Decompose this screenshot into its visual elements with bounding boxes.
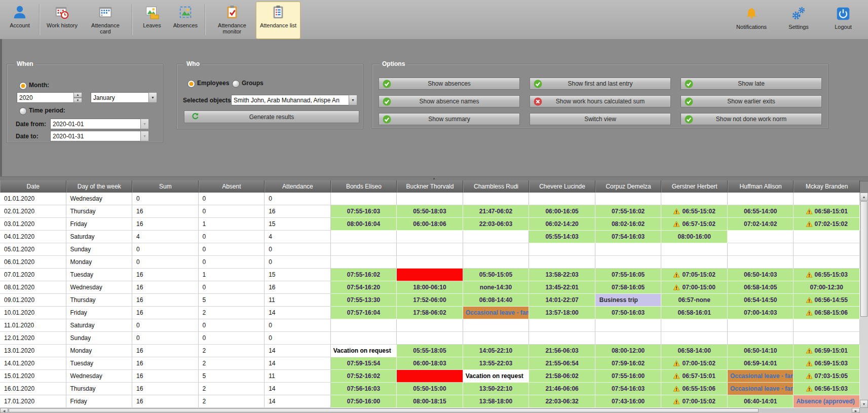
- date-cell[interactable]: 10.01.2020: [0, 307, 66, 319]
- column-header-chevere-lucinde[interactable]: Chevere Lucinde: [529, 180, 595, 193]
- attendance-cell[interactable]: 06:55-15:03: [794, 269, 860, 281]
- date-cell[interactable]: Saturday: [66, 319, 133, 332]
- attendance-cell[interactable]: 07:59-15:54: [331, 357, 397, 370]
- attendance-cell[interactable]: Vacation on request: [331, 345, 397, 357]
- date-cell[interactable]: 0: [199, 281, 265, 294]
- attendance-cell[interactable]: 13:55-22:03: [463, 357, 530, 370]
- attendance-cell[interactable]: 06:57-none: [661, 294, 728, 307]
- attendance-cell[interactable]: 06:58-16:01: [661, 307, 728, 319]
- attendance-cell[interactable]: 07:43-16:00: [595, 395, 662, 408]
- year-spinner[interactable]: ▲▼: [73, 92, 82, 103]
- attendance-cell[interactable]: 07:02-15:02: [794, 218, 860, 231]
- attendance-cell[interactable]: 06:57-15:02: [661, 218, 728, 231]
- attendance-cell[interactable]: 17:58-06:02: [397, 307, 463, 319]
- attendance-cell[interactable]: [331, 193, 397, 205]
- month-dropdown-icon[interactable]: ▼: [148, 92, 157, 103]
- attendance-cell[interactable]: [595, 256, 662, 269]
- attendance-cell[interactable]: [661, 319, 728, 332]
- attendance-cell[interactable]: 07:00-14:03: [728, 307, 794, 319]
- toolbar-button-attendance-monitor[interactable]: Attendance monitor: [208, 2, 256, 39]
- date-cell[interactable]: 14: [265, 383, 331, 395]
- date-cell[interactable]: Thursday: [66, 383, 133, 395]
- attendance-cell[interactable]: 06:59-14:01: [728, 357, 794, 370]
- date-cell[interactable]: 0: [199, 193, 265, 205]
- column-header-attendance[interactable]: Attendance: [265, 180, 331, 193]
- attendance-cell[interactable]: 07:03-15:05: [794, 370, 860, 383]
- date-cell[interactable]: 14: [265, 357, 331, 370]
- attendance-cell[interactable]: [661, 193, 728, 205]
- attendance-cell[interactable]: [661, 256, 728, 269]
- attendance-cell[interactable]: [397, 370, 463, 383]
- date-cell[interactable]: 06.01.2020: [0, 256, 66, 269]
- date-cell[interactable]: 15: [265, 269, 331, 281]
- attendance-cell[interactable]: [397, 269, 463, 281]
- attendance-cell[interactable]: [463, 193, 530, 205]
- toolbar-button-logout[interactable]: Logout: [826, 3, 860, 39]
- column-header-mckay-branden[interactable]: Mckay Branden: [794, 180, 860, 193]
- attendance-cell[interactable]: [529, 256, 595, 269]
- date-cell[interactable]: 16: [265, 281, 331, 294]
- attendance-cell[interactable]: [728, 319, 794, 332]
- attendance-cell[interactable]: [331, 256, 397, 269]
- attendance-cell[interactable]: 05:50-15:05: [463, 269, 530, 281]
- attendance-cell[interactable]: 05:55-18:05: [397, 345, 463, 357]
- attendance-cell[interactable]: [529, 243, 595, 256]
- attendance-cell[interactable]: 08:02-16:02: [595, 218, 662, 231]
- attendance-cell[interactable]: 06:02-14:20: [529, 218, 595, 231]
- vertical-scrollbar[interactable]: ▲ ▼: [860, 193, 868, 408]
- attendance-cell[interactable]: 06:59-15:01: [794, 345, 860, 357]
- attendance-cell[interactable]: [728, 193, 794, 205]
- column-header-gerstner-herbert[interactable]: Gerstner Herbert: [661, 180, 728, 193]
- attendance-cell[interactable]: 06:56-14:55: [794, 294, 860, 307]
- date-cell[interactable]: 0: [132, 243, 199, 256]
- attendance-cell[interactable]: [397, 193, 463, 205]
- toolbar-button-settings[interactable]: Settings: [782, 3, 815, 39]
- date-cell[interactable]: 14.01.2020: [0, 357, 66, 370]
- date-cell[interactable]: 0: [199, 332, 265, 345]
- column-header-bonds-eliseo[interactable]: Bonds Eliseo: [331, 180, 397, 193]
- attendance-cell[interactable]: [728, 332, 794, 345]
- attendance-cell[interactable]: [397, 231, 463, 243]
- date-cell[interactable]: Wednesday: [66, 193, 133, 205]
- date-cell[interactable]: 16: [132, 294, 199, 307]
- date-cell[interactable]: 16: [132, 218, 199, 231]
- column-header-corpuz-demelza[interactable]: Corpuz Demelza: [595, 180, 662, 193]
- date-cell[interactable]: 15.01.2020: [0, 370, 66, 383]
- date-cell[interactable]: 16: [132, 307, 199, 319]
- date-cell[interactable]: 0: [199, 205, 265, 218]
- attendance-cell[interactable]: 07:58-16:05: [595, 281, 662, 294]
- attendance-cell[interactable]: Occasional leave - fam: [463, 307, 530, 319]
- date-cell[interactable]: Saturday: [66, 231, 133, 243]
- toolbar-button-attendance-list[interactable]: Attendance list: [256, 2, 300, 39]
- column-header-date[interactable]: Date: [0, 180, 66, 193]
- attendance-cell[interactable]: 06:59-15:03: [794, 357, 860, 370]
- attendance-cell[interactable]: 06:50-14:03: [728, 269, 794, 281]
- attendance-cell[interactable]: 07:00-12:30: [794, 281, 860, 294]
- month-radio[interactable]: [19, 82, 27, 90]
- attendance-cell[interactable]: none-14:30: [463, 281, 530, 294]
- date-cell[interactable]: 1: [199, 218, 265, 231]
- attendance-cell[interactable]: [529, 332, 595, 345]
- attendance-cell[interactable]: 08:00-16:04: [331, 218, 397, 231]
- attendance-cell[interactable]: [794, 193, 860, 205]
- attendance-cell[interactable]: [728, 243, 794, 256]
- vertical-scroll-thumb[interactable]: [860, 201, 867, 317]
- date-cell[interactable]: 03.01.2020: [0, 218, 66, 231]
- date-cell[interactable]: Monday: [66, 345, 133, 357]
- attendance-cell[interactable]: [794, 319, 860, 332]
- attendance-cell[interactable]: 06:57-15:01: [661, 370, 728, 383]
- date-to-dropdown-icon[interactable]: ▼: [140, 131, 149, 141]
- attendance-cell[interactable]: 06:58-15:01: [794, 205, 860, 218]
- toolbar-button-leaves[interactable]: Leaves: [135, 2, 169, 39]
- attendance-cell[interactable]: Occasional leave - fam: [728, 370, 794, 383]
- column-header-day-of-the-week[interactable]: Day of the week: [66, 180, 133, 193]
- date-cell[interactable]: Friday: [66, 218, 133, 231]
- attendance-cell[interactable]: 07:57-16:04: [331, 307, 397, 319]
- date-cell[interactable]: Friday: [66, 395, 133, 408]
- date-cell[interactable]: 0: [265, 243, 331, 256]
- attendance-cell[interactable]: 06:55-15:06: [661, 383, 728, 395]
- date-cell[interactable]: 2: [199, 357, 265, 370]
- date-cell[interactable]: 14: [265, 307, 331, 319]
- attendance-cell[interactable]: 07:02-14:02: [728, 218, 794, 231]
- date-cell[interactable]: 16.01.2020: [0, 383, 66, 395]
